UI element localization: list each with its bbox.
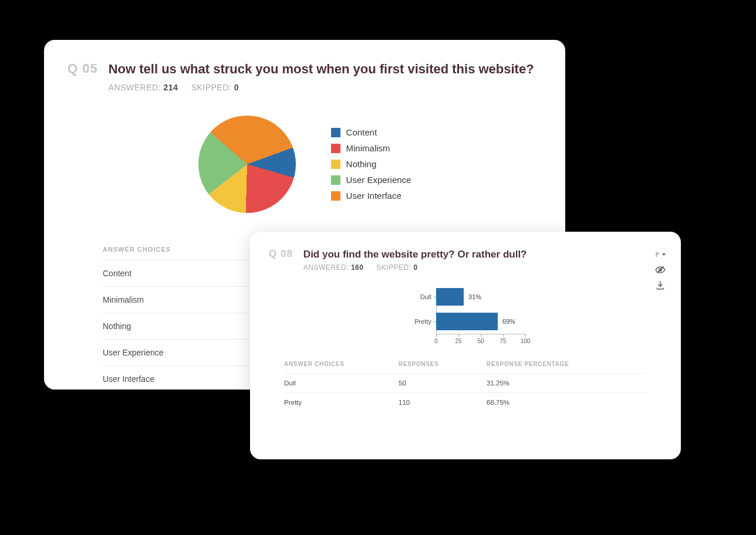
cell-responses: 50 — [399, 380, 487, 387]
axis-tick: 0 — [434, 334, 438, 344]
bar-fill — [436, 313, 498, 330]
table-header-row: ANSWER CHOICES RESPONSES RESPONSE PERCEN… — [284, 361, 647, 373]
cell-responses: 110 — [399, 399, 487, 406]
bar-chart-area: Dull31%Pretty69%0255075100 — [269, 285, 662, 344]
bar-category-label: Dull — [406, 293, 436, 300]
responses-table: ANSWER CHOICES RESPONSES RESPONSE PERCEN… — [269, 361, 662, 412]
legend-swatch — [331, 144, 340, 153]
axis-tick: 25 — [455, 334, 461, 344]
cell-percentage: 68.75% — [487, 399, 647, 406]
skipped-label: SKIPPED: — [191, 83, 232, 92]
answered-value: 214 — [163, 83, 178, 92]
question-header: Q 05 Now tell us what struck you most wh… — [68, 61, 542, 92]
bar-value-label: 69% — [502, 318, 515, 325]
chart-toolbar — [655, 249, 666, 290]
question-title: Did you find the website pretty? Or rath… — [303, 248, 527, 261]
answered-label: ANSWERED: — [109, 83, 161, 92]
question-title-block: Now tell us what struck you most when yo… — [109, 61, 534, 92]
col-header-choices: ANSWER CHOICES — [284, 361, 399, 367]
axis-tick: 50 — [477, 334, 484, 344]
legend-label: Nothing — [346, 159, 377, 169]
legend-item: User Interface — [331, 191, 411, 201]
cell-choice: Pretty — [284, 399, 399, 406]
bar-track: 69% — [436, 313, 525, 330]
skipped-label: SKIPPED: — [376, 263, 411, 272]
legend-item: Nothing — [331, 159, 411, 169]
legend-label: Content — [346, 127, 377, 137]
chart-type-icon[interactable] — [655, 249, 666, 260]
legend-swatch — [331, 191, 340, 201]
axis-tick: 75 — [500, 334, 506, 344]
bar-category-label: Pretty — [406, 318, 436, 325]
pie-chart-area: ContentMinimalismNothingUser ExperienceU… — [68, 116, 542, 213]
answered-label: ANSWERED: — [303, 263, 349, 272]
skipped-value: 0 — [413, 263, 417, 272]
axis-tick: 100 — [521, 334, 531, 344]
bar-track: 31% — [436, 288, 525, 306]
legend-label: Minimalism — [346, 143, 390, 153]
bar-row: Pretty69% — [406, 309, 525, 334]
question-stats: ANSWERED: 160 SKIPPED: 0 — [303, 263, 527, 272]
cell-choice: Dull — [284, 380, 399, 387]
legend-item: User Experience — [331, 175, 411, 185]
download-icon[interactable] — [655, 280, 666, 290]
legend-item: Minimalism — [331, 143, 411, 153]
bar-x-axis: 0255075100 — [436, 334, 525, 344]
question-number: Q 05 — [68, 61, 98, 76]
chevron-down-icon — [662, 253, 666, 256]
legend-label: User Interface — [346, 191, 401, 201]
skipped-value: 0 — [234, 83, 239, 92]
legend-swatch — [331, 128, 340, 137]
pie-chart — [198, 116, 296, 213]
pie-legend: ContentMinimalismNothingUser ExperienceU… — [331, 127, 411, 201]
question-title-block: Did you find the website pretty? Or rath… — [303, 248, 527, 272]
legend-item: Content — [331, 127, 411, 137]
question-stats: ANSWERED: 214 SKIPPED: 0 — [109, 83, 534, 92]
table-row: Pretty11068.75% — [284, 392, 647, 412]
question-card-q08: Q 08 Did you find the website pretty? Or… — [250, 232, 681, 459]
question-title: Now tell us what struck you most when yo… — [109, 61, 534, 78]
bar-fill — [436, 288, 464, 306]
col-header-responses: RESPONSES — [399, 361, 487, 367]
visibility-icon[interactable] — [655, 265, 666, 275]
cell-percentage: 31.25% — [487, 380, 647, 387]
table-row: Dull5031.25% — [284, 373, 647, 392]
question-number: Q 08 — [269, 248, 293, 260]
bar-chart: Dull31%Pretty69%0255075100 — [406, 285, 525, 344]
bar-value-label: 31% — [468, 293, 481, 300]
question-header: Q 08 Did you find the website pretty? Or… — [269, 248, 662, 272]
col-header-pct: RESPONSE PERCENTAGE — [487, 361, 647, 367]
answered-value: 160 — [351, 263, 364, 272]
legend-label: User Experience — [346, 175, 411, 185]
legend-swatch — [331, 160, 340, 169]
bar-row: Dull31% — [406, 285, 525, 309]
legend-swatch — [331, 175, 340, 185]
